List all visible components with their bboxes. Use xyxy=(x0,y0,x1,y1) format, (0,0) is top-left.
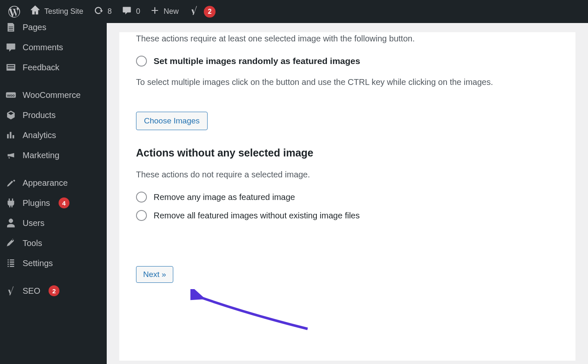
admin-bar: Testing Site 8 0 New 2 xyxy=(0,0,588,23)
yoast-badge: 2 xyxy=(204,6,216,18)
updates-link[interactable]: 8 xyxy=(88,0,117,23)
new-label: New xyxy=(164,7,179,16)
wp-logo[interactable] xyxy=(3,0,25,23)
comment-icon xyxy=(122,5,132,18)
new-content-link[interactable]: New xyxy=(145,0,184,23)
updates-count: 8 xyxy=(108,7,112,16)
yoast-icon xyxy=(189,5,200,18)
comments-count: 0 xyxy=(136,7,140,16)
site-name-link[interactable]: Testing Site xyxy=(25,0,88,23)
comments-link[interactable]: 0 xyxy=(117,0,145,23)
refresh-icon xyxy=(93,5,103,18)
home-icon xyxy=(30,5,40,18)
plus-icon xyxy=(150,6,159,17)
yoast-link[interactable]: 2 xyxy=(184,0,221,23)
site-name-label: Testing Site xyxy=(44,7,83,16)
